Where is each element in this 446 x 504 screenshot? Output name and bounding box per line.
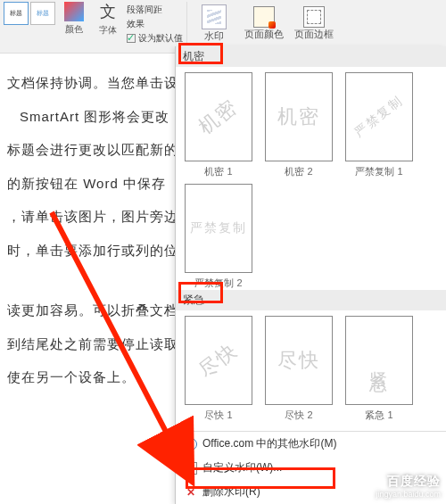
document-icon bbox=[185, 462, 197, 475]
watermark-thumb[interactable]: 严禁复制 严禁复制 1 bbox=[345, 72, 413, 178]
thumb-watermark-text: 严禁复制 bbox=[351, 93, 407, 141]
delete-icon: ✕ bbox=[185, 486, 197, 499]
document-formatting-options: 段落间距 效果 设为默认值 bbox=[127, 2, 183, 45]
paragraph-spacing-option[interactable]: 段落间距 bbox=[127, 4, 162, 16]
page-color-label: 页面颜色 bbox=[244, 28, 284, 41]
thumb-label: 严禁复制 2 bbox=[194, 277, 242, 290]
watermark-panel: 机密 机密 机密 1 机密 机密 2 严禁复制 严禁复制 1 严禁复制 严禁复制… bbox=[175, 46, 446, 504]
style-thumbnails[interactable]: 标题 标题 bbox=[4, 2, 55, 25]
page-border-button[interactable]: 页面边框 bbox=[291, 2, 337, 45]
thumb-watermark-text: 严禁复制 bbox=[190, 220, 247, 236]
thumb-watermark-text: 机密 bbox=[277, 103, 320, 130]
ribbon: 标题 标题 颜色 文 字体 段落间距 效果 设为默认值 水印 页面颜色 页面边框 bbox=[0, 0, 446, 54]
page-color-icon bbox=[253, 6, 275, 28]
thumb-label: 机密 1 bbox=[204, 165, 232, 178]
thumb-watermark-text: 尽快 bbox=[277, 347, 320, 374]
separator bbox=[186, 2, 187, 43]
fonts-icon: 文 bbox=[97, 1, 119, 22]
watermark-button[interactable]: 水印 bbox=[191, 2, 237, 45]
remove-watermark[interactable]: ✕ 删除水印(R) bbox=[176, 480, 446, 504]
watermark-thumb[interactable]: 严禁复制 严禁复制 2 bbox=[185, 184, 252, 290]
set-default-label: 设为默认值 bbox=[138, 32, 183, 45]
thumb-label: 严禁复制 1 bbox=[355, 165, 402, 178]
watermark-icon bbox=[202, 4, 227, 29]
style-thumb[interactable]: 标题 bbox=[4, 2, 29, 25]
page-color-button[interactable]: 页面颜色 bbox=[241, 2, 287, 45]
globe-icon bbox=[185, 438, 197, 450]
thumbs-row-secret-2: 严禁复制 严禁复制 2 bbox=[176, 178, 446, 290]
thumbs-row-secret: 机密 机密 1 机密 机密 2 严禁复制 严禁复制 1 bbox=[176, 67, 446, 178]
colors-button[interactable]: 颜色 bbox=[59, 2, 89, 36]
watermark-label: 水印 bbox=[204, 29, 224, 43]
section-header-urgent: 紧急 bbox=[176, 290, 446, 310]
page-border-label: 页面边框 bbox=[294, 28, 334, 41]
watermark-thumb[interactable]: 紧急 紧急 1 bbox=[345, 316, 413, 422]
fonts-label: 字体 bbox=[99, 24, 117, 37]
thumb-watermark-text: 机密 bbox=[194, 93, 244, 140]
custom-watermark[interactable]: 自定义水印(W)... bbox=[176, 456, 446, 480]
colors-label: 颜色 bbox=[65, 23, 83, 36]
remove-watermark-label: 删除水印(R) bbox=[202, 484, 260, 500]
more-watermarks-office[interactable]: Office.com 中的其他水印(M) bbox=[176, 432, 446, 456]
thumb-label: 尽快 2 bbox=[285, 409, 312, 422]
thumb-label: 紧急 1 bbox=[365, 409, 392, 422]
watermark-thumb[interactable]: 机密 机密 1 bbox=[185, 72, 252, 178]
custom-watermark-label: 自定义水印(W)... bbox=[202, 460, 282, 475]
thumb-watermark-text: 尽快 bbox=[194, 336, 244, 384]
thumb-watermark-text: 紧急 bbox=[368, 357, 392, 364]
more-watermarks-label: Office.com 中的其他水印(M) bbox=[202, 436, 336, 451]
set-default-checkbox[interactable] bbox=[127, 34, 136, 43]
colors-icon bbox=[64, 2, 84, 21]
effects-option[interactable]: 效果 bbox=[127, 18, 145, 30]
thumb-label: 机密 2 bbox=[285, 165, 312, 178]
watermark-thumb[interactable]: 尽快 尽快 1 bbox=[185, 316, 252, 422]
page-border-icon bbox=[303, 6, 325, 28]
fonts-button[interactable]: 文 字体 bbox=[93, 2, 123, 36]
watermark-thumb[interactable]: 机密 机密 2 bbox=[265, 72, 333, 178]
thumb-label: 尽快 1 bbox=[204, 409, 232, 422]
section-header-secret: 机密 bbox=[176, 46, 446, 67]
watermark-thumb[interactable]: 尽快 尽快 2 bbox=[265, 316, 333, 422]
panel-footer: Office.com 中的其他水印(M) 自定义水印(W)... ✕ 删除水印(… bbox=[176, 431, 446, 504]
style-thumb[interactable]: 标题 bbox=[30, 2, 55, 25]
thumbs-row-urgent: 尽快 尽快 1 尽快 尽快 2 紧急 紧急 1 bbox=[176, 310, 446, 422]
